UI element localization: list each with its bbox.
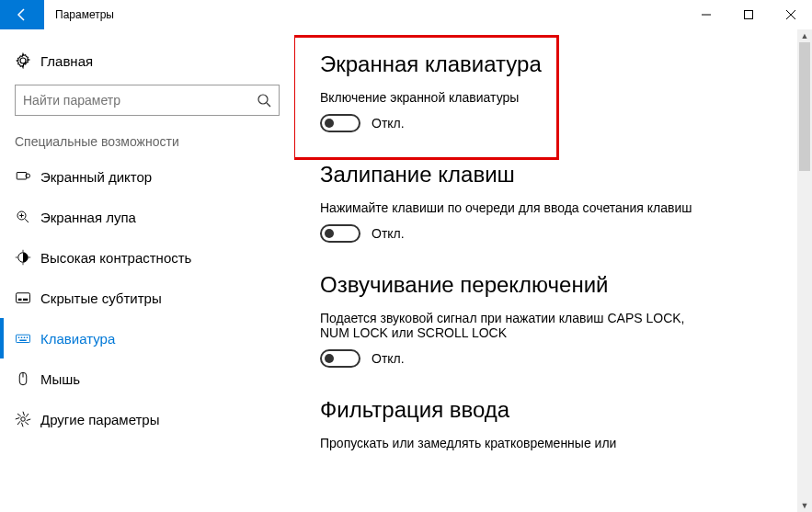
svg-rect-19 — [23, 299, 28, 301]
window-title: Параметры — [44, 0, 685, 29]
section-title: Экранная клавиатура — [320, 51, 775, 77]
section-title: Залипание клавиш — [320, 162, 775, 188]
sidebar-item-label: Мышь — [40, 371, 80, 387]
scroll-down-icon[interactable]: ▼ — [797, 499, 812, 512]
captions-icon — [15, 290, 40, 306]
maximize-button[interactable] — [727, 0, 770, 29]
search-field[interactable] — [23, 93, 257, 108]
sidebar-item-label: Другие параметры — [40, 412, 160, 427]
section-subtitle: Включение экранной клавиатуры — [320, 90, 775, 105]
scroll-thumb[interactable] — [799, 42, 810, 171]
toggle-label: Откл. — [372, 351, 405, 366]
sidebar-home[interactable]: Главная — [0, 40, 294, 81]
magnifier-icon — [15, 209, 40, 225]
svg-rect-23 — [24, 337, 26, 339]
section-onscreen-keyboard: Экранная клавиатура Включение экранной к… — [320, 51, 775, 132]
svg-point-28 — [21, 417, 26, 422]
section-title: Фильтрация ввода — [320, 397, 775, 423]
search-input[interactable] — [15, 85, 280, 116]
toggle-onscreen-keyboard[interactable] — [320, 114, 360, 132]
svg-rect-1 — [745, 11, 753, 19]
svg-point-4 — [258, 95, 268, 104]
contrast-icon — [15, 249, 40, 266]
sidebar-item-label: Высокая контрастность — [40, 250, 191, 266]
section-subtitle: Пропускать или замедлять кратковременные… — [320, 436, 775, 450]
sidebar-item-label: Экранная лупа — [40, 210, 136, 225]
sidebar-item-other[interactable]: Другие параметры — [0, 399, 294, 439]
sidebar-item-mouse[interactable]: Мышь — [0, 358, 294, 399]
svg-rect-22 — [21, 337, 23, 339]
svg-rect-6 — [17, 173, 27, 180]
sidebar-item-label: Скрытые субтитры — [40, 290, 162, 306]
back-button[interactable] — [0, 0, 44, 29]
section-subtitle: Подается звуковой сигнал при нажатии кла… — [320, 311, 706, 340]
vertical-scrollbar[interactable]: ▲ ▼ — [797, 29, 812, 512]
svg-rect-20 — [17, 335, 30, 342]
svg-line-11 — [25, 219, 29, 222]
svg-rect-25 — [19, 340, 27, 342]
sidebar-item-magnifier[interactable]: Экранная лупа — [0, 197, 294, 237]
scroll-up-icon[interactable]: ▲ — [797, 29, 812, 42]
keyboard-icon — [15, 330, 40, 347]
minimize-button[interactable] — [685, 0, 727, 29]
sidebar-item-label: Клавиатура — [40, 331, 115, 347]
toggle-sticky-keys[interactable] — [320, 224, 360, 243]
sidebar-item-narrator[interactable]: Экранный диктор — [0, 156, 294, 197]
sidebar: Главная Специальные возможности Экранный… — [0, 29, 294, 512]
svg-rect-18 — [18, 299, 22, 301]
section-subtitle: Нажимайте клавиши по очереди для ввода с… — [320, 200, 775, 215]
other-icon — [15, 411, 40, 427]
section-sticky-keys: Залипание клавиш Нажимайте клавиши по оч… — [320, 162, 775, 243]
sidebar-category: Специальные возможности — [0, 123, 294, 156]
gear-icon — [15, 52, 40, 69]
svg-rect-17 — [17, 293, 30, 303]
sidebar-item-contrast[interactable]: Высокая контрастность — [0, 237, 294, 278]
sidebar-item-captions[interactable]: Скрытые субтитры — [0, 278, 294, 318]
narrator-icon — [15, 168, 40, 185]
svg-rect-21 — [18, 337, 20, 339]
sidebar-home-label: Главная — [40, 53, 93, 69]
main-content: Экранная клавиатура Включение экранной к… — [294, 29, 812, 512]
search-icon — [257, 93, 271, 108]
sidebar-item-keyboard[interactable]: Клавиатура — [0, 318, 294, 358]
mouse-icon — [15, 370, 40, 387]
section-filter-keys: Фильтрация ввода Пропускать или замедлят… — [320, 397, 775, 450]
svg-line-5 — [267, 103, 270, 107]
svg-rect-24 — [27, 337, 29, 339]
sidebar-item-label: Экранный диктор — [40, 169, 152, 185]
toggle-toggle-keys[interactable] — [320, 349, 360, 368]
close-button[interactable] — [770, 0, 812, 29]
toggle-label: Откл. — [372, 226, 405, 241]
toggle-label: Откл. — [372, 116, 405, 131]
section-title: Озвучивание переключений — [320, 272, 775, 298]
section-toggle-keys: Озвучивание переключений Подается звуков… — [320, 272, 775, 368]
